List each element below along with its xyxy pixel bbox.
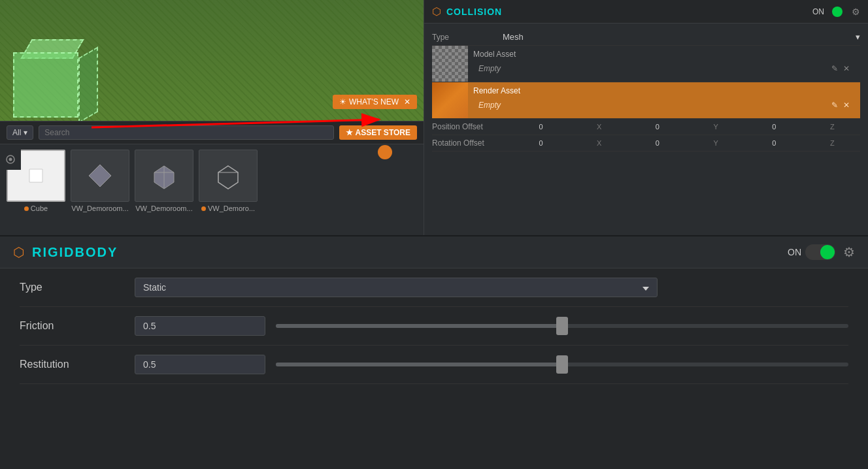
svg-marker-5	[218, 166, 238, 189]
rotation-offset-label: Rotation Offset	[432, 138, 510, 148]
x-axis-label: X	[571, 123, 627, 131]
model-asset-thumbnail	[432, 46, 468, 82]
rigidbody-section: ⬡ RIGIDBODY ON ⚙ Type Static Frict	[0, 235, 868, 469]
ry-axis-label: Y	[688, 139, 743, 147]
friction-slider-container	[276, 324, 848, 328]
rigidbody-on-label: ON	[788, 247, 801, 257]
collision-type-label: Type	[432, 33, 497, 42]
render-edit-icon[interactable]: ✎	[831, 101, 838, 110]
rigidbody-type-chevron-icon	[643, 282, 649, 293]
filter-dropdown[interactable]: All ▾	[7, 125, 33, 140]
cube-front-face	[13, 52, 78, 118]
position-x-val[interactable]: 0	[513, 123, 569, 131]
filter-chevron-icon: ▾	[24, 128, 27, 137]
rigidbody-toggle-container: ON	[788, 244, 835, 260]
whats-new-label: WHAT'S NEW	[349, 97, 399, 106]
collision-properties: Type Mesh ▾ Model Asset Empty ✎ ✕	[424, 24, 868, 235]
box-icon	[148, 159, 180, 192]
rigidbody-friction-value: 0.5	[143, 321, 156, 331]
rx-axis-label: X	[571, 139, 627, 147]
rotation-y-val[interactable]: 0	[629, 139, 685, 147]
y-axis-label: Y	[688, 123, 743, 131]
model-close-icon[interactable]: ✕	[843, 64, 850, 73]
render-asset-label: Render Asset	[473, 86, 855, 95]
rigidbody-restitution-value: 0.5	[143, 359, 156, 370]
whats-new-close-icon[interactable]: ✕	[404, 97, 410, 106]
collision-gear-icon[interactable]: ⚙	[852, 7, 860, 17]
restitution-slider-fill	[276, 363, 562, 366]
collision-panel-title: COLLISION	[446, 7, 807, 17]
model-empty-row: Empty ✎ ✕	[473, 61, 855, 76]
restitution-slider-thumb[interactable]	[556, 355, 568, 374]
model-asset-label: Model Asset	[473, 50, 855, 59]
model-asset-row: Model Asset Empty ✎ ✕	[432, 46, 860, 82]
rigidbody-header: ⬡ RIGIDBODY ON ⚙	[0, 236, 868, 268]
vw2-thumbnail	[135, 150, 193, 202]
whats-new-button[interactable]: ☀ WHAT'S NEW ✕	[333, 95, 417, 109]
position-z-val[interactable]: 0	[746, 123, 802, 131]
vw3-dot	[201, 206, 206, 211]
rigidbody-type-dropdown[interactable]: Static	[135, 278, 658, 297]
drag-indicator-ball	[378, 145, 392, 159]
restitution-slider-track[interactable]	[276, 363, 848, 366]
friction-slider-thumb[interactable]	[556, 317, 568, 335]
star-icon: ★	[346, 128, 353, 137]
collision-type-row: Type Mesh ▾	[432, 29, 860, 46]
sidebar-collapse-icon[interactable]	[0, 149, 21, 170]
rz-axis-label: Z	[805, 139, 860, 147]
asset-item-vw3[interactable]: VW_Demoro...	[199, 150, 258, 212]
asset-cube-label: Cube	[24, 204, 48, 212]
rigidbody-toggle-thumb	[820, 245, 835, 259]
collision-panel: ⬡ COLLISION ON ⚙ Type Mesh ▾	[424, 0, 868, 235]
asset-item-vw1[interactable]: VW_Demoroom...	[71, 150, 129, 212]
rigidbody-friction-input[interactable]: 0.5	[135, 316, 265, 336]
render-asset-info: Render Asset Empty ✎ ✕	[468, 82, 860, 118]
asset-store-button[interactable]: ★ ASSET STORE	[339, 125, 417, 140]
vw1-thumbnail	[71, 150, 129, 202]
sun-icon: ☀	[339, 97, 346, 106]
asset-vw2-label: VW_Demoroom...	[135, 204, 192, 212]
asset-browser: All ▾ ★ ASSET STORE	[0, 121, 424, 235]
filter-label: All	[12, 128, 21, 137]
asset-vw1-label: VW_Demoroom...	[71, 204, 128, 212]
rotation-z-val[interactable]: 0	[746, 139, 802, 147]
friction-slider-track[interactable]	[276, 324, 848, 328]
rigidbody-toggle[interactable]	[805, 244, 835, 260]
render-close-icon[interactable]: ✕	[843, 101, 850, 110]
cube-thumb-icon	[20, 159, 52, 192]
svg-marker-0	[29, 169, 42, 182]
rigidbody-type-value: Static	[143, 282, 166, 293]
position-offset-row: Position Offset 0 X 0 Y 0 Z	[432, 119, 860, 135]
render-asset-row: Render Asset Empty ✎ ✕	[432, 82, 860, 119]
asset-browser-toolbar: All ▾ ★ ASSET STORE	[0, 121, 424, 144]
cube-side-face	[78, 46, 98, 123]
diamond-icon	[84, 159, 116, 192]
gear-cog-icon	[5, 154, 16, 165]
collision-type-dropdown[interactable]: Mesh ▾	[503, 32, 860, 42]
z-axis-label: Z	[805, 123, 860, 131]
search-input[interactable]	[39, 125, 333, 140]
render-empty-row: Empty ✎ ✕	[473, 98, 855, 112]
rotation-offset-row: Rotation Offset 0 X 0 Y 0 Z	[432, 135, 860, 152]
rigidbody-friction-row: Friction 0.5	[20, 307, 848, 346]
rigidbody-gear-icon[interactable]: ⚙	[843, 244, 855, 260]
collision-toggle-indicator	[832, 7, 843, 17]
asset-item-vw2[interactable]: VW_Demoroom...	[135, 150, 193, 212]
model-edit-icon[interactable]: ✎	[831, 64, 838, 73]
svg-marker-1	[89, 165, 111, 187]
vw3-thumbnail	[199, 150, 258, 202]
friction-slider-fill	[276, 324, 562, 328]
position-offset-label: Position Offset	[432, 122, 510, 131]
render-empty-label: Empty	[478, 101, 826, 110]
position-y-val[interactable]: 0	[629, 123, 685, 131]
rigidbody-type-row: Type Static	[20, 268, 848, 307]
rotation-x-val[interactable]: 0	[513, 139, 569, 147]
rigidbody-restitution-label: Restitution	[20, 359, 124, 370]
cube-dot	[24, 206, 29, 211]
asset-grid: Cube VW_Demoroom...	[0, 144, 424, 218]
rigidbody-icon: ⬡	[13, 244, 24, 260]
rigidbody-restitution-input[interactable]: 0.5	[135, 355, 265, 374]
asset-vw3-label: VW_Demoro...	[201, 204, 255, 212]
collision-panel-icon: ⬡	[432, 5, 441, 18]
rigidbody-title: RIGIDBODY	[32, 245, 780, 260]
